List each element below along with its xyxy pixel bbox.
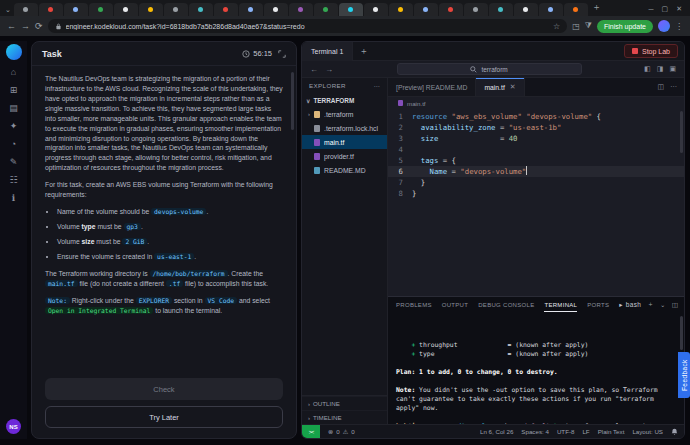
- explorer-section-terraform[interactable]: ∨ TERRAFORM: [302, 93, 387, 107]
- bookmark-star-icon[interactable]: ☆: [553, 22, 560, 31]
- expand-icon[interactable]: [278, 50, 286, 58]
- browser-tab[interactable]: [164, 3, 188, 16]
- breadcrumb[interactable]: main.tf: [388, 97, 684, 109]
- status-item[interactable]: Spaces: 4: [521, 428, 549, 435]
- terminal-output[interactable]: + throughput = (known after apply) + typ…: [388, 312, 684, 424]
- panel-tab-problems[interactable]: PROBLEMS: [396, 297, 432, 312]
- browser-tab[interactable]: [414, 3, 438, 16]
- layout-icon[interactable]: ▣: [669, 65, 676, 73]
- profile-avatar[interactable]: [658, 20, 670, 32]
- editor-back-icon[interactable]: ←: [310, 65, 318, 74]
- new-terminal-icon[interactable]: ＋: [647, 300, 654, 309]
- explorer-file[interactable]: ›.terraform: [302, 107, 387, 121]
- browser-tab[interactable]: [489, 3, 513, 16]
- new-terminal-tab-button[interactable]: ＋: [359, 45, 368, 58]
- browser-tab[interactable]: [139, 3, 163, 16]
- sidebar-info-icon[interactable]: ℹ: [12, 194, 15, 203]
- task-scrollbar[interactable]: [291, 72, 294, 130]
- sidebar-modules-icon[interactable]: ☷: [9, 176, 17, 185]
- browser-tab[interactable]: [39, 3, 63, 16]
- panel-tab-output[interactable]: OUTPUT: [442, 297, 468, 312]
- browser-tab[interactable]: [289, 3, 313, 16]
- browser-tab[interactable]: [514, 3, 538, 16]
- explorer-section-outline[interactable]: ›OUTLINE: [302, 396, 387, 410]
- kill-terminal-icon[interactable]: ⊘: [684, 301, 685, 309]
- browser-menu-icon[interactable]: ⋮: [675, 22, 683, 31]
- sidebar-docs-icon[interactable]: ▤: [9, 104, 18, 113]
- close-tab-icon[interactable]: ✕: [510, 83, 516, 91]
- new-tab-button[interactable]: ＋: [592, 1, 601, 14]
- sidebar-edit-icon[interactable]: ✎: [10, 158, 18, 167]
- browser-tab[interactable]: [214, 3, 238, 16]
- terminal-dropdown-icon[interactable]: ⌄: [660, 301, 666, 309]
- editor-tab[interactable]: main.tf✕: [476, 78, 524, 96]
- browser-tab[interactable]: [539, 3, 563, 16]
- status-item[interactable]: Plain Text: [598, 428, 625, 435]
- kodekloud-logo[interactable]: [6, 44, 22, 60]
- address-bar[interactable]: engineer.kodekloud.com/task?id=6818bdb7a…: [48, 19, 568, 33]
- status-item[interactable]: LF: [582, 428, 589, 435]
- tab-search-icon[interactable]: ⌄: [5, 6, 11, 14]
- reload-icon[interactable]: ⟳: [35, 22, 43, 31]
- status-item[interactable]: Ln 6, Col 26: [480, 428, 513, 435]
- panel-tab-debug-console[interactable]: DEBUG CONSOLE: [478, 297, 534, 312]
- browser-tab[interactable]: [189, 3, 213, 16]
- try-later-button[interactable]: Try Later: [45, 406, 283, 428]
- close-icon[interactable]: ✕: [676, 5, 682, 13]
- problems-status[interactable]: ⊗ 0 ⚠ 0: [328, 428, 355, 435]
- browser-tab[interactable]: [14, 3, 38, 16]
- explorer-file[interactable]: main.tf: [302, 135, 387, 149]
- maximize-icon[interactable]: ▢: [662, 5, 669, 13]
- editor-scrollbar[interactable]: [680, 111, 683, 153]
- toggle-panel-icon[interactable]: ◨: [657, 65, 664, 73]
- shell-indicator[interactable]: ▸ bash: [619, 301, 641, 309]
- browser-tab[interactable]: [89, 3, 113, 16]
- status-item[interactable]: UTF-8: [557, 428, 575, 435]
- toggle-sidebar-icon[interactable]: ◧: [644, 65, 651, 73]
- editor-tab[interactable]: [Preview] README.MD: [388, 78, 476, 96]
- sidebar-home-icon[interactable]: ⌂: [11, 68, 16, 77]
- explorer-file[interactable]: .terraform.lock.hcl: [302, 121, 387, 135]
- remote-indicator[interactable]: ><: [302, 425, 320, 438]
- extension-icon[interactable]: ◳: [572, 22, 580, 31]
- browser-tab[interactable]: [564, 3, 588, 16]
- editor-more-icon[interactable]: ⋯: [670, 83, 677, 91]
- minimize-icon[interactable]: ─: [649, 6, 654, 13]
- feedback-tab[interactable]: Feedback: [678, 352, 690, 398]
- forward-icon[interactable]: →: [21, 22, 30, 31]
- browser-tab[interactable]: [389, 3, 413, 16]
- split-terminal-icon[interactable]: ◫: [672, 301, 678, 309]
- terminal-scrollbar[interactable]: [680, 316, 683, 350]
- sidebar-apps-icon[interactable]: ⊞: [10, 86, 18, 95]
- code-editor[interactable]: 1resource "aws_ebs_volume" "devops-volum…: [388, 109, 684, 296]
- finish-update-button[interactable]: Finish update: [597, 20, 653, 33]
- back-icon[interactable]: ←: [7, 22, 16, 31]
- browser-tab[interactable]: [114, 3, 138, 16]
- explorer-section-timeline[interactable]: ›TIMELINE: [302, 410, 387, 424]
- panel-tab-ports[interactable]: PORTS: [587, 297, 609, 312]
- explorer-file[interactable]: README.MD: [302, 163, 387, 177]
- browser-tab[interactable]: [239, 3, 263, 16]
- browser-tab[interactable]: [64, 3, 88, 16]
- browser-tab[interactable]: [339, 3, 363, 16]
- notifications-bell-icon[interactable]: [671, 428, 678, 435]
- browser-tab[interactable]: [264, 3, 288, 16]
- status-item[interactable]: Layout: US: [632, 428, 663, 435]
- panel-tab-terminal[interactable]: TERMINAL: [544, 297, 577, 312]
- lab-terminal-tab[interactable]: Terminal 1: [302, 42, 353, 61]
- browser-tab[interactable]: [464, 3, 488, 16]
- split-editor-icon[interactable]: ◫: [657, 83, 664, 91]
- command-center-search[interactable]: terraform: [397, 63, 582, 75]
- user-avatar[interactable]: NS: [6, 419, 21, 434]
- check-button[interactable]: Check: [45, 378, 283, 400]
- browser-tab[interactable]: [314, 3, 338, 16]
- editor-forward-icon[interactable]: →: [325, 65, 333, 74]
- explorer-more-icon[interactable]: ⋯: [373, 82, 380, 89]
- explorer-file[interactable]: provider.tf: [302, 149, 387, 163]
- extensions-puzzle-icon[interactable]: ⧩: [585, 21, 592, 31]
- browser-tab[interactable]: [439, 3, 463, 16]
- sidebar-star-icon[interactable]: ✦: [10, 122, 18, 131]
- browser-tab[interactable]: [364, 3, 388, 16]
- sidebar-clock-icon[interactable]: ◔: [11, 140, 16, 149]
- stop-lab-button[interactable]: Stop Lab: [624, 44, 678, 58]
